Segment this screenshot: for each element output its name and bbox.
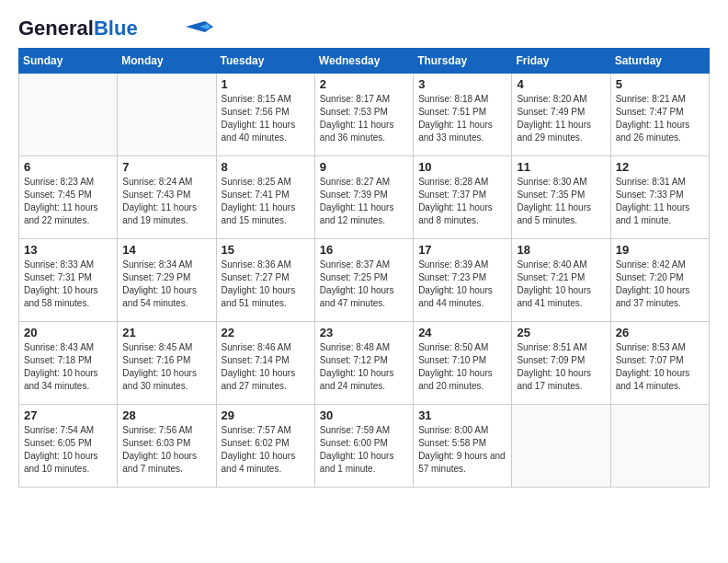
calendar-table: SundayMondayTuesdayWednesdayThursdayFrid…	[18, 48, 710, 488]
logo-text: GeneralBlue	[18, 18, 138, 39]
calendar-cell: 20Sunrise: 8:43 AM Sunset: 7:18 PM Dayli…	[19, 322, 118, 405]
weekday-header-wednesday: Wednesday	[314, 49, 413, 74]
calendar-cell	[610, 405, 709, 488]
day-number: 4	[517, 77, 605, 91]
day-number: 22	[222, 326, 310, 339]
day-info: Sunrise: 8:48 AM Sunset: 7:12 PM Dayligh…	[320, 341, 408, 393]
calendar-cell: 30Sunrise: 7:59 AM Sunset: 6:00 PM Dayli…	[314, 405, 413, 488]
day-info: Sunrise: 8:34 AM Sunset: 7:29 PM Dayligh…	[122, 259, 210, 310]
day-number: 14	[122, 243, 210, 257]
day-number: 3	[418, 77, 506, 91]
day-info: Sunrise: 8:53 AM Sunset: 7:07 PM Dayligh…	[616, 341, 704, 393]
calendar-cell: 26Sunrise: 8:53 AM Sunset: 7:07 PM Dayli…	[610, 322, 709, 405]
calendar-cell	[512, 405, 610, 488]
calendar-cell: 28Sunrise: 7:56 AM Sunset: 6:03 PM Dayli…	[118, 405, 216, 488]
day-info: Sunrise: 8:28 AM Sunset: 7:37 PM Dayligh…	[418, 176, 506, 227]
calendar-cell: 18Sunrise: 8:40 AM Sunset: 7:21 PM Dayli…	[512, 239, 610, 322]
day-number: 24	[418, 326, 506, 339]
calendar-cell: 2Sunrise: 8:17 AM Sunset: 7:53 PM Daylig…	[314, 74, 413, 156]
day-info: Sunrise: 8:43 AM Sunset: 7:18 PM Dayligh…	[24, 341, 112, 393]
day-number: 29	[222, 408, 310, 422]
day-info: Sunrise: 8:31 AM Sunset: 7:33 PM Dayligh…	[616, 176, 704, 227]
day-number: 11	[517, 160, 605, 174]
calendar-cell: 4Sunrise: 8:20 AM Sunset: 7:49 PM Daylig…	[512, 74, 610, 156]
page-header: GeneralBlue	[18, 18, 710, 39]
day-info: Sunrise: 8:40 AM Sunset: 7:21 PM Dayligh…	[517, 259, 605, 310]
day-info: Sunrise: 7:56 AM Sunset: 6:03 PM Dayligh…	[122, 424, 210, 476]
day-number: 2	[320, 77, 408, 91]
day-number: 20	[24, 326, 112, 339]
day-number: 25	[517, 326, 605, 339]
day-info: Sunrise: 7:54 AM Sunset: 6:05 PM Dayligh…	[24, 424, 112, 476]
calendar-cell: 14Sunrise: 8:34 AM Sunset: 7:29 PM Dayli…	[118, 239, 216, 322]
calendar-cell: 13Sunrise: 8:33 AM Sunset: 7:31 PM Dayli…	[19, 239, 118, 322]
weekday-header-thursday: Thursday	[414, 49, 512, 74]
day-number: 28	[122, 408, 210, 422]
day-number: 6	[24, 160, 112, 174]
calendar-cell: 16Sunrise: 8:37 AM Sunset: 7:25 PM Dayli…	[314, 239, 413, 322]
weekday-header-tuesday: Tuesday	[216, 49, 314, 74]
calendar-cell: 25Sunrise: 8:51 AM Sunset: 7:09 PM Dayli…	[512, 322, 610, 405]
day-info: Sunrise: 8:00 AM Sunset: 5:58 PM Dayligh…	[418, 424, 506, 476]
calendar-cell: 23Sunrise: 8:48 AM Sunset: 7:12 PM Dayli…	[314, 322, 413, 405]
calendar-cell: 15Sunrise: 8:36 AM Sunset: 7:27 PM Dayli…	[216, 239, 314, 322]
day-info: Sunrise: 8:21 AM Sunset: 7:47 PM Dayligh…	[616, 93, 704, 144]
day-number: 23	[320, 326, 408, 339]
logo-plane-icon	[186, 20, 213, 33]
day-number: 31	[418, 408, 506, 422]
day-info: Sunrise: 8:33 AM Sunset: 7:31 PM Dayligh…	[24, 259, 112, 310]
weekday-header-monday: Monday	[118, 49, 216, 74]
calendar-cell: 1Sunrise: 8:15 AM Sunset: 7:56 PM Daylig…	[216, 74, 314, 156]
day-info: Sunrise: 8:25 AM Sunset: 7:41 PM Dayligh…	[222, 176, 310, 227]
calendar-cell: 27Sunrise: 7:54 AM Sunset: 6:05 PM Dayli…	[19, 405, 118, 488]
day-info: Sunrise: 8:27 AM Sunset: 7:39 PM Dayligh…	[320, 176, 408, 227]
calendar-cell: 22Sunrise: 8:46 AM Sunset: 7:14 PM Dayli…	[216, 322, 314, 405]
day-number: 10	[418, 160, 506, 174]
day-info: Sunrise: 8:50 AM Sunset: 7:10 PM Dayligh…	[418, 341, 506, 393]
weekday-header-saturday: Saturday	[610, 49, 709, 74]
calendar-cell: 6Sunrise: 8:23 AM Sunset: 7:45 PM Daylig…	[19, 156, 118, 239]
calendar-cell	[118, 74, 216, 156]
calendar-cell: 17Sunrise: 8:39 AM Sunset: 7:23 PM Dayli…	[414, 239, 512, 322]
logo: GeneralBlue	[18, 18, 213, 39]
day-number: 8	[222, 160, 310, 174]
weekday-header-friday: Friday	[512, 49, 610, 74]
calendar-cell: 11Sunrise: 8:30 AM Sunset: 7:35 PM Dayli…	[512, 156, 610, 239]
day-info: Sunrise: 8:51 AM Sunset: 7:09 PM Dayligh…	[517, 341, 605, 393]
calendar-cell: 3Sunrise: 8:18 AM Sunset: 7:51 PM Daylig…	[414, 74, 512, 156]
calendar-cell: 24Sunrise: 8:50 AM Sunset: 7:10 PM Dayli…	[414, 322, 512, 405]
day-info: Sunrise: 8:17 AM Sunset: 7:53 PM Dayligh…	[320, 93, 408, 144]
calendar-cell: 10Sunrise: 8:28 AM Sunset: 7:37 PM Dayli…	[414, 156, 512, 239]
day-info: Sunrise: 8:30 AM Sunset: 7:35 PM Dayligh…	[517, 176, 605, 227]
day-info: Sunrise: 8:46 AM Sunset: 7:14 PM Dayligh…	[222, 341, 310, 393]
calendar-cell: 12Sunrise: 8:31 AM Sunset: 7:33 PM Dayli…	[610, 156, 709, 239]
day-info: Sunrise: 8:45 AM Sunset: 7:16 PM Dayligh…	[122, 341, 210, 393]
day-info: Sunrise: 8:39 AM Sunset: 7:23 PM Dayligh…	[418, 259, 506, 310]
day-number: 18	[517, 243, 605, 257]
day-info: Sunrise: 8:24 AM Sunset: 7:43 PM Dayligh…	[122, 176, 210, 227]
day-info: Sunrise: 8:15 AM Sunset: 7:56 PM Dayligh…	[222, 93, 310, 144]
day-number: 26	[616, 326, 704, 339]
day-info: Sunrise: 8:20 AM Sunset: 7:49 PM Dayligh…	[517, 93, 605, 144]
calendar-cell: 9Sunrise: 8:27 AM Sunset: 7:39 PM Daylig…	[314, 156, 413, 239]
day-number: 9	[320, 160, 408, 174]
day-number: 16	[320, 243, 408, 257]
day-number: 21	[122, 326, 210, 339]
calendar-cell: 31Sunrise: 8:00 AM Sunset: 5:58 PM Dayli…	[414, 405, 512, 488]
calendar-cell: 29Sunrise: 7:57 AM Sunset: 6:02 PM Dayli…	[216, 405, 314, 488]
calendar-cell: 7Sunrise: 8:24 AM Sunset: 7:43 PM Daylig…	[118, 156, 216, 239]
day-info: Sunrise: 8:42 AM Sunset: 7:20 PM Dayligh…	[616, 259, 704, 310]
day-number: 5	[616, 77, 704, 91]
day-number: 13	[24, 243, 112, 257]
calendar-cell	[19, 74, 118, 156]
calendar-cell: 19Sunrise: 8:42 AM Sunset: 7:20 PM Dayli…	[610, 239, 709, 322]
day-number: 1	[222, 77, 310, 91]
day-number: 19	[616, 243, 704, 257]
day-number: 15	[222, 243, 310, 257]
calendar-cell: 8Sunrise: 8:25 AM Sunset: 7:41 PM Daylig…	[216, 156, 314, 239]
day-info: Sunrise: 8:18 AM Sunset: 7:51 PM Dayligh…	[418, 93, 506, 144]
weekday-header-sunday: Sunday	[19, 49, 118, 74]
day-number: 30	[320, 408, 408, 422]
day-info: Sunrise: 8:37 AM Sunset: 7:25 PM Dayligh…	[320, 259, 408, 310]
day-info: Sunrise: 7:57 AM Sunset: 6:02 PM Dayligh…	[222, 424, 310, 476]
